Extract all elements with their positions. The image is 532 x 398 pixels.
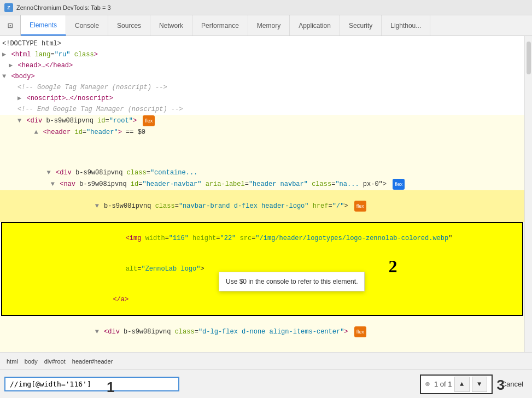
code-line: ▼ <div b-s9w08ipvnq class="containe...	[0, 167, 524, 178]
annotation-2: 2	[388, 261, 397, 271]
tab-performance[interactable]: Performance	[192, 15, 248, 36]
code-line: ▶ <head>…</head>	[0, 60, 524, 71]
tab-console[interactable]: Console	[66, 15, 108, 36]
code-line: <!-- Google Tag Manager (noscript) -->	[0, 82, 524, 93]
annotation-1: 1	[107, 379, 114, 396]
code-panel[interactable]: <!DOCTYPE html> ▶ <html lang="ru" class>…	[0, 36, 524, 352]
tab-application[interactable]: Application	[290, 15, 340, 36]
search-bar: 1 ⊗ 1 of 1 ▲ ▼ Cancel 3	[0, 370, 532, 398]
result-text: 1 of 1	[434, 380, 452, 388]
breadcrumb-header[interactable]: header#header	[70, 357, 115, 366]
title-bar: Z ZennoChromium DevTools: Tab = 3	[0, 0, 532, 15]
main-content: <!DOCTYPE html> ▶ <html lang="ru" class>…	[0, 36, 532, 352]
code-line: ▶ <noscript>…</noscript>	[0, 93, 524, 104]
title-text: ZennoChromium DevTools: Tab = 3	[16, 4, 111, 11]
breadcrumb-divroot[interactable]: div#root	[42, 357, 68, 366]
breadcrumb-html[interactable]: html	[4, 357, 20, 366]
code-line-root: ▼ <div b-s9w08ipvnq id="root"> flex	[0, 115, 524, 127]
tab-security[interactable]: Security	[340, 15, 382, 36]
tab-memory[interactable]: Memory	[248, 15, 290, 36]
code-line: ▼ <body>	[0, 71, 524, 82]
breadcrumb-body[interactable]: body	[22, 357, 40, 366]
code-line-brand: ▼ b-s9w08ipvnq class="navbar-brand d-fle…	[0, 190, 524, 222]
selected-area: ▼ b-s9w08ipvnq class="navbar-brand d-fle…	[0, 190, 524, 352]
tooltip: Use $0 in the console to refer to this e…	[219, 272, 365, 291]
app-icon: Z	[4, 3, 13, 12]
devtools-icon-btn[interactable]: ⊡	[0, 15, 21, 36]
next-result-btn[interactable]: ▼	[472, 377, 487, 392]
breadcrumb-bar: html body div#root header#header	[0, 352, 532, 370]
tabs-bar: ⊡ Elements Console Sources Network Perfo…	[0, 15, 532, 36]
search-input-wrapper	[4, 377, 179, 391]
search-input[interactable]	[10, 380, 174, 388]
code-line-header: ▲ <header id="header"> == $0 Use $0 in t…	[0, 127, 524, 167]
code-line: ▼ <div b-s9w08ipvnq class="d-lg-flex d-n…	[0, 316, 524, 348]
tooltip-text: Use $0 in the console to refer to this e…	[226, 278, 358, 285]
code-line: ▼ <nav b-s9w08ipvnq id="header-navbar" a…	[0, 178, 524, 190]
scrollbar-thumb[interactable]	[527, 42, 531, 74]
clear-icon[interactable]: ⊗	[425, 379, 430, 389]
prev-result-btn[interactable]: ▲	[454, 377, 470, 392]
tab-network[interactable]: Network	[150, 15, 192, 36]
tab-elements[interactable]: Elements	[21, 15, 66, 36]
code-line-img: <img width="116" height="22" src="/img/h…	[2, 223, 522, 254]
tab-sources[interactable]: Sources	[108, 15, 150, 36]
code-line: ▼ <div b-s9w08ipvnq class="dropdown">	[0, 348, 524, 352]
scrollbar[interactable]	[524, 36, 532, 352]
code-line: <!DOCTYPE html>	[0, 38, 524, 49]
annotation-3: 3	[497, 377, 505, 394]
tab-lighthouse[interactable]: Lighthou...	[382, 15, 430, 36]
selected-element-box: <img width="116" height="22" src="/img/h…	[1, 222, 523, 316]
code-line: ▶ <html lang="ru" class>	[0, 49, 524, 60]
search-result-box: ⊗ 1 of 1 ▲ ▼	[420, 374, 493, 394]
code-line: <!-- End Google Tag Manager (noscript) -…	[0, 104, 524, 115]
